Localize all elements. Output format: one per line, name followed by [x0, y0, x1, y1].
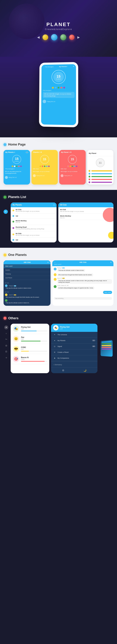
box-bar-4 [101, 347, 111, 348]
opr-content-1: Flying N Lv3 That was the ultimate count… [57, 267, 85, 272]
plist-dot-5 [13, 234, 14, 235]
opr-bubble-3: That was the ultimate counter to fakers … [57, 279, 112, 284]
nav-icon-3[interactable]: 〜 [4, 338, 8, 342]
opd-menu-text-create: Create a Planet [57, 351, 95, 353]
phone-circle-label: PLANETS [56, 78, 61, 80]
profile-avatar-3: 😎 [13, 346, 19, 352]
profile-item-3[interactable]: 😎 COKI Lv1 [11, 344, 49, 354]
opl-msg-3: That was the ultimate counter to fakers … [5, 299, 49, 304]
card-1-planet-name: "The Avengers" [4, 168, 30, 170]
opr-back[interactable]: ← [54, 262, 56, 263]
opr-bubble-1: That was the ultimate counter to fakers … [57, 269, 85, 272]
plist-content-6: Sal [16, 239, 55, 241]
card-1-label: PLANETS [14, 161, 19, 162]
phone-dot-1 [52, 87, 54, 88]
hero-section: PLANET Create&Join&Explore ◀ ▶ [0, 0, 117, 57]
card-3-dot-1 [67, 166, 69, 167]
opr-content-2: Who would have thought that Wolfs Nautil… [57, 273, 93, 276]
card-2-dots [32, 165, 58, 168]
opr-msg-1: Flying N Lv3 That was the ultimate count… [54, 267, 112, 272]
card-2-message: 60E tonight, no cry no chinese [32, 170, 58, 173]
create-icon: ⊕ [53, 351, 56, 354]
card-1-title: My Planets × [5, 151, 15, 153]
opr-chat-area: Flying N Lv3 That was the ultimate count… [52, 266, 113, 296]
opd-menu-text-universe: The Universe [57, 334, 95, 336]
plist-item-1[interactable]: 60 Club WE are both 60e tonight, no cry … [11, 207, 57, 214]
opd-avatar: 🎭 [53, 325, 59, 330]
card-3-circle: 15 [68, 155, 77, 164]
others-title: Others [8, 316, 19, 320]
nav-icon-4[interactable]: ◎ [4, 344, 8, 348]
planets-list-title: Planets List [8, 195, 26, 199]
white-bar-row-3 [88, 176, 112, 178]
nav-icon-1[interactable]: ✦ [4, 326, 8, 329]
card-3-dots [59, 165, 86, 168]
plist-item-4[interactable]: Running Road Running something talking a… [11, 225, 57, 231]
sidebar-item-treasury[interactable]: Treasury [4, 272, 51, 276]
planet-orb-2[interactable] [51, 34, 57, 40]
profile-bar-fill-2 [21, 341, 41, 342]
card-2-footer-text: Flying Get Lv3 [36, 175, 44, 176]
opd-menu-signal[interactable]: ◎ Signal 40 [51, 344, 97, 350]
opl-name-1: Flying N Lv3 [9, 285, 16, 286]
phone-dot-3 [58, 87, 59, 88]
plist-header-icon[interactable]: ⊕ [53, 204, 55, 206]
plist-item-2[interactable]: Sal [11, 214, 57, 218]
nav-icon-2[interactable]: ○ [4, 332, 8, 336]
opr-header-row: ← 60E Club ⊕ [54, 262, 112, 263]
sidebar-item-garden[interactable]: Garden [4, 268, 51, 272]
plist-item-6[interactable]: Sal [11, 238, 57, 242]
sidebar-item-main-land[interactable]: Main Land+ [4, 264, 51, 268]
profile-list: 🎭 Flying Get Lv3 😐 Zac Lv6 [11, 324, 49, 373]
opl-back-icon[interactable]: ← [5, 262, 7, 263]
box-bar-2 [101, 343, 111, 344]
planet-orb-4[interactable] [69, 34, 74, 40]
plist-content-3: Movie Monkey Kiss me [16, 220, 55, 223]
opr-content-3: Aaron N Lv3 That was the ultimate counte… [57, 278, 112, 284]
plist-content-5: 60 Club WE are both 60e tonight, no cry … [16, 233, 55, 236]
box-bar-3 [101, 345, 111, 346]
opd-menu-universe[interactable]: ✦ The Universe [51, 332, 97, 338]
phone-section: ← The Avengers My Planets+ ⊕ 15 PLANETS [0, 57, 117, 137]
opd-menu-text-companions: My Companions [57, 357, 95, 359]
opl-menu-icon[interactable]: ⊕ [47, 262, 49, 263]
opd-menu-planets[interactable]: ● My Planets 11 [51, 338, 97, 344]
nav-icon-6[interactable]: ⌾ [4, 356, 8, 360]
opd-menu-companions[interactable]: ♟ My Companions [51, 355, 97, 361]
opr-input[interactable]: Say something... [54, 297, 112, 300]
plist-title-3: Movie Monkey [16, 220, 55, 222]
plist-desc-4: Running something talking about any runn… [16, 228, 55, 230]
nav-icon-5[interactable]: ⊡ [4, 350, 8, 354]
opl-avatar-1 [5, 284, 8, 287]
plist-item-3[interactable]: Movie Monkey Kiss me [11, 218, 57, 225]
planet-orb-1[interactable] [43, 34, 48, 40]
profile-item-2[interactable]: 😐 Zac Lv6 [11, 334, 49, 344]
phone-header: ← The Avengers My Planets+ ⊕ [41, 64, 76, 68]
plist-item-5[interactable]: 60 Club WE are both 60e tonight, no cry … [11, 231, 57, 238]
signal-icon: ◎ [53, 345, 56, 348]
profile-item-4[interactable]: 🎯 Baron N Lv11 [11, 354, 49, 364]
settings-icon[interactable]: ⚙ [62, 369, 64, 372]
profile-item-1[interactable]: 🎭 Flying Get Lv3 [11, 324, 49, 334]
opl-msg-2-row: Aaron N Lv3 [5, 294, 49, 296]
next-arrow[interactable]: ▶ [77, 35, 80, 39]
white-card-title: My Planet [89, 152, 96, 154]
opr-menu[interactable]: ⊕ [110, 262, 112, 263]
opr-avatar-4 [54, 285, 57, 288]
refresh-icon: ↻ [5, 210, 7, 213]
opd-menu-create[interactable]: ⊕ Create a Planet [51, 350, 97, 355]
card-3-dot-5 [76, 166, 77, 167]
card-1-circle: 15 PLANETS [12, 155, 21, 164]
home-card-3: My Planet × R 15 60E Club 60E tonight, n… [59, 150, 86, 184]
prev-arrow[interactable]: ◀ [37, 35, 40, 39]
card-1-dot-2 [14, 166, 15, 167]
sidebar-item-live-room[interactable]: Live Room [4, 276, 51, 280]
list-refresh-icon[interactable]: ↻ [4, 210, 8, 214]
opd-name-area: Flying Get Lv3 [60, 326, 70, 330]
pdetail-header: 60 Club [58, 202, 113, 207]
moon-icon[interactable]: 🌙 [83, 369, 86, 372]
3d-card [101, 340, 113, 357]
plist-header-title: My Planets [13, 204, 22, 206]
planet-orb-3[interactable] [60, 34, 66, 40]
opr-header: ← 60E Club ⊕ Main Land+ [52, 260, 113, 266]
